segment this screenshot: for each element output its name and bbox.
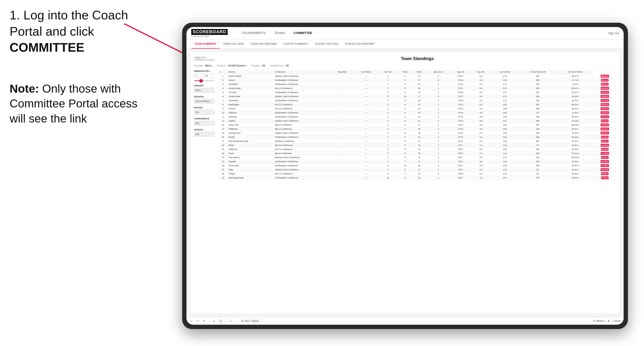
cell-rank: 19 — [218, 147, 228, 152]
main-content: Update time: 27/03/2024 16:56:26 Team St… — [186, 49, 624, 317]
cell-avg-rd: -3.5 — [470, 111, 491, 115]
cell-school: New Mexico — [228, 156, 274, 160]
cell-avg-sg: 278.6 — [450, 152, 470, 156]
update-time-label: Update time: — [194, 56, 214, 59]
cell-school: Washington — [228, 103, 274, 107]
cell-avg-rd: -4.4 — [470, 95, 491, 99]
paste-icon[interactable]: 📋 — [218, 319, 223, 323]
table-row: 20TexasBig 12 Conference——38281278.6-0.7… — [218, 152, 616, 156]
sign-out-link[interactable]: Sign out — [608, 32, 619, 35]
cell-no-tour: 2 — [378, 82, 398, 86]
cell-school: Arizona State — [228, 86, 274, 90]
school-select[interactable]: (All) — [194, 132, 214, 137]
cell-vs50-record: 96-29-2 — [557, 95, 594, 99]
cell-rank: 18 — [218, 143, 228, 147]
cell-reg-rank: — — [331, 127, 354, 131]
nav-teams[interactable]: TEAMS — [270, 27, 289, 39]
cell-avg-sg: 279.5 — [450, 172, 470, 176]
cell-wins: 21 — [412, 172, 426, 176]
cell-adj-score: 1 — [426, 152, 450, 156]
cell-conf: Pac-12 Conference — [274, 147, 331, 152]
note-text: Note: Only those with Committee Portal a… — [10, 81, 142, 126]
sub-nav-team-summary[interactable]: TEAM SUMMARY — [191, 39, 220, 49]
sub-nav-player-h2h-heatmap[interactable]: PLAYER H2H HEATMAP — [342, 39, 378, 49]
col-avg-rd: Avg. Rd. — [470, 70, 491, 74]
min-rounds-min-input[interactable] — [194, 73, 203, 78]
table-row: 17East Tennessee StateSouthern Conferenc… — [218, 139, 616, 143]
cell-avg-rd: -5.0 — [470, 78, 491, 82]
share-button[interactable]: ⤴ Share — [612, 320, 621, 322]
cell-conf-rank: — — [354, 156, 378, 160]
min-rounds-inputs — [194, 73, 216, 78]
conference-filter-display: Conference: All — [270, 64, 288, 67]
undo-icon[interactable]: ↩ — [189, 319, 194, 323]
conference-select[interactable]: (All) — [194, 121, 214, 126]
division-select[interactable]: NCAA Division I — [194, 99, 214, 104]
copy-icon[interactable]: ⎘ — [212, 319, 216, 323]
nav-committee[interactable]: COMMITTEE — [289, 27, 316, 39]
cell-vs50-pts: 23-11-1 — [594, 115, 616, 119]
cell-avg-sg: 278.1 — [450, 139, 470, 143]
cell-vs50-pts: 11-29-1 — [594, 160, 616, 164]
cell-vs50-record: 90-32-2 — [557, 168, 594, 172]
table-row: 10AlabamaSoutheastern Conference——562332… — [218, 111, 616, 115]
cell-vs50-record: 83-25-1 — [557, 147, 594, 152]
tablet-device: SCOREBOARD Powered by clippd TOURNAMENTS… — [182, 23, 628, 329]
cell-vs50-pts: 11-38-2 — [594, 164, 616, 168]
sub-nav-player-h2h-grid[interactable]: PLAYER H2H GRID — [312, 39, 342, 49]
cell-conf: Pac-12 Conference — [274, 86, 331, 90]
sub-nav-team-h2h-heatmap[interactable]: TEAM H2H HEATMAP — [247, 39, 280, 49]
cell-low: 1.28 — [491, 143, 518, 147]
update-time: Update time: 27/03/2024 16:56:26 — [194, 56, 214, 61]
info-icon[interactable]: ⓘ — [229, 319, 233, 323]
min-rounds-max-input[interactable] — [204, 73, 213, 78]
cell-vs50-pts: 17-9-0 — [594, 119, 616, 123]
cell-vs25: 269 — [518, 164, 557, 168]
table-row: 24DukeAtlantic Coast Conference——5927127… — [218, 168, 616, 172]
cell-vs25: 268 — [518, 107, 557, 111]
gender-select[interactable]: Men's — [194, 88, 214, 93]
cell-school: Georgia — [228, 160, 274, 164]
cell-reg-rank: — — [331, 95, 354, 99]
table-row: 13Texas TechBig 12 Conference——19272276.… — [218, 123, 616, 127]
cell-vs25: 265 — [518, 86, 557, 90]
nav-tournaments[interactable]: TOURNAMENTS — [237, 27, 270, 39]
cell-rnds: 8 — [398, 86, 412, 90]
redo-icon[interactable]: ↪ — [196, 319, 200, 323]
cell-adj-score: 1 — [426, 90, 450, 95]
cell-vs50-record: 60-39-2 — [557, 176, 594, 180]
cell-conf-rank: — — [354, 168, 378, 172]
cell-school: Arkansas — [228, 115, 274, 119]
cell-vs25: 270 — [518, 176, 557, 180]
gender-label: Gender: — [194, 64, 204, 67]
download-button[interactable]: ⬇ — [608, 320, 610, 322]
cell-avg-sg: 276.3 — [450, 107, 470, 111]
cell-reg-rank: — — [331, 86, 354, 90]
cell-conf: Mountain West Conference — [274, 156, 331, 160]
cell-avg-sg: 273.6 — [450, 78, 470, 82]
cell-rnds: 6 — [398, 111, 412, 115]
cell-reg-rank: — — [331, 107, 354, 111]
cell-rnds: 4 — [398, 127, 412, 131]
watch-button[interactable]: 👁 Watch ▾ — [593, 320, 605, 322]
cell-vs50-record: 100-27-1 — [557, 86, 594, 90]
min-rounds-slider[interactable] — [194, 80, 214, 81]
cell-conf-rank: — — [354, 99, 378, 103]
cell-conf: Southeastern Conference — [274, 115, 331, 119]
cell-conf-rank: — — [354, 152, 378, 156]
region-filter-label: Region — [194, 107, 216, 109]
cell-vs25: 269 — [518, 152, 557, 156]
view-original-button[interactable]: ⊞ View: Original — [239, 319, 261, 323]
cell-no-tour: 3 — [378, 90, 398, 95]
sub-nav-player-summary[interactable]: PLAYER SUMMARY — [280, 39, 312, 49]
sub-nav-team-h2h-grid[interactable]: TEAM H2H GRID — [220, 39, 247, 49]
cell-school: California — [228, 147, 274, 152]
cell-vs50-record: 61-21-0 — [557, 99, 594, 103]
cell-no-tour: 1 — [378, 139, 398, 143]
cell-low: 2.77 — [491, 82, 518, 86]
refresh-icon[interactable]: ↻ — [202, 319, 206, 323]
cell-conf-rank: — — [354, 95, 378, 99]
cell-school: Ole Miss — [228, 90, 274, 95]
cell-avg-rd: -2.0 — [470, 164, 491, 168]
region-select[interactable]: N/A — [194, 110, 214, 115]
